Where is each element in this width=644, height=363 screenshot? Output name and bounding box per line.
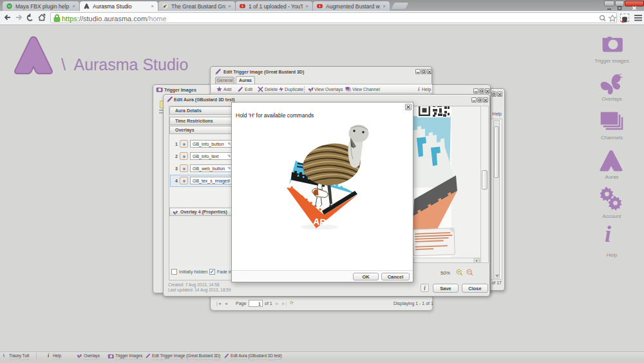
svg-text:AR: AR	[313, 216, 327, 228]
